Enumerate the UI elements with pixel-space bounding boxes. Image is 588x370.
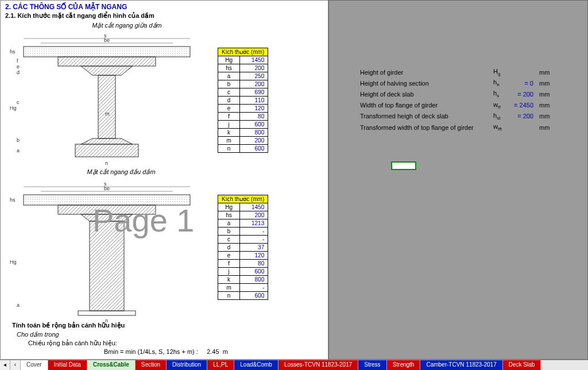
svg-text:c: c: [17, 99, 20, 105]
calc-formula-unit: m: [223, 348, 228, 355]
left-document-panel: 2. CÁC THÔNG SỐ CỦA MẶT NGANG 2.1. Kích …: [0, 0, 328, 360]
svg-marker-5: [81, 138, 133, 144]
param-row: Transformed heigh of deck slabhst= 200mm: [358, 111, 554, 121]
tab-nav-prev[interactable]: ‹: [10, 360, 21, 370]
table-row: a250: [218, 72, 268, 80]
table-row: n600: [218, 292, 268, 300]
table-row: a1213: [218, 219, 268, 228]
table-row: k800: [218, 129, 268, 137]
tab-cross-cable[interactable]: Cross&Cable: [87, 360, 136, 370]
table-header-2: Kích thước (mm): [218, 195, 268, 203]
svg-marker-23: [81, 214, 133, 221]
tab-nav-first[interactable]: ◂: [0, 360, 10, 370]
calc-block: Tính toán bề rộng bản cánh hữu hiệu Cho …: [12, 321, 228, 356]
svg-rect-21: [24, 195, 190, 205]
table-header: Kích thước (mm): [218, 48, 268, 56]
svg-text:m: m: [105, 111, 110, 117]
table-row: k800: [218, 276, 268, 284]
param-row: Height of deck slabhs= 200mm: [358, 89, 554, 99]
tab-cover[interactable]: Cover: [21, 360, 48, 370]
table-row: hs200: [218, 211, 268, 219]
section-heading-2-1: 2.1. Kích thước mặt cắt ngang điển hình …: [1, 12, 328, 21]
tab-distribution[interactable]: Distribution: [167, 360, 207, 370]
calc-title: Tính toán bề rộng bản cánh hữu hiệu: [12, 321, 228, 330]
table-row: f80: [218, 260, 268, 268]
table-row: m-: [218, 284, 268, 292]
calc-label: Chiều rộng bản cánh hữu hiệu:: [12, 339, 228, 348]
selected-cell[interactable]: [391, 161, 416, 170]
right-spreadsheet-panel[interactable]: Height of girderHg mmHeight of halving s…: [328, 0, 588, 360]
param-row: Width of top flange of girderwtf= 2450mm: [358, 101, 554, 110]
svg-text:hs: hs: [10, 49, 16, 55]
svg-text:be: be: [104, 37, 110, 43]
param-row: Transformed width of top flange of girde…: [358, 122, 554, 132]
svg-text:a: a: [17, 302, 20, 308]
svg-rect-6: [75, 144, 138, 157]
table-row: hs200: [218, 64, 268, 72]
tab-stress[interactable]: Stress: [358, 360, 386, 370]
parameters-table: Height of girderHg mmHeight of halving s…: [357, 66, 555, 133]
cross-section-diagram-mid: s be hs fed Hg c ba n m: [6, 29, 207, 167]
svg-text:Hg: Hg: [10, 105, 17, 111]
table-row: n600: [218, 145, 268, 153]
tab-strength[interactable]: Strength: [387, 360, 421, 370]
table-row: d37: [218, 244, 268, 252]
tab-ll-pl[interactable]: LL,PL: [207, 360, 234, 370]
sheet-tabs: ◂ ‹ CoverInitial DataCross&CableSectionD…: [0, 360, 588, 370]
table-row: f80: [218, 113, 268, 121]
svg-rect-24: [90, 221, 124, 311]
svg-text:Hg: Hg: [10, 259, 17, 265]
table-row: j600: [218, 121, 268, 129]
svg-text:f: f: [17, 58, 18, 64]
svg-text:be: be: [104, 186, 110, 191]
table-row: Hg1450: [218, 203, 268, 211]
table-row: e120: [218, 105, 268, 113]
table-row: e120: [218, 252, 268, 260]
calc-formula: Bmin = min (1/4Ls, S, 12hs + m) :: [104, 348, 198, 355]
table-row: Hg1450: [218, 56, 268, 64]
table-row: m200: [218, 137, 268, 145]
tab-losses-tcvn-11823-2017[interactable]: Losses-TCVN 11823-2017: [278, 360, 358, 370]
param-row: Height of girderHg mm: [358, 67, 554, 77]
tab-load-comb[interactable]: Load&Comb: [234, 360, 278, 370]
table-row: j600: [218, 268, 268, 276]
tab-initial-data[interactable]: Initial Data: [48, 360, 87, 370]
svg-text:n: n: [105, 160, 108, 166]
table-row: d110: [218, 97, 268, 105]
tab-deck-slab[interactable]: Deck Slab: [503, 360, 541, 370]
table-row: b-: [218, 228, 268, 236]
svg-rect-2: [58, 57, 156, 66]
calc-formula-row: Bmin = min (1/4Ls, S, 12hs + m) : 2.45 m: [12, 348, 228, 356]
svg-text:a: a: [17, 148, 20, 153]
svg-text:d: d: [17, 70, 20, 75]
svg-rect-25: [78, 311, 136, 315]
tab-section[interactable]: Section: [136, 360, 167, 370]
table-row: c690: [218, 88, 268, 97]
param-row: Height of halving sectionhh= 0mm: [358, 78, 554, 88]
svg-text:hs: hs: [10, 197, 16, 203]
table-row: c-: [218, 236, 268, 244]
calc-subtitle: Cho dầm trong: [12, 330, 228, 339]
calc-formula-value: 2.45: [207, 348, 219, 355]
dimension-table-end: Kích thước (mm) Hg1450hs200a1213b-c-d37e…: [218, 195, 268, 300]
svg-text:e: e: [17, 64, 20, 70]
cross-section-diagram-end: s be hs Hg a n: [6, 178, 207, 326]
svg-marker-3: [81, 66, 133, 75]
caption-end: Mặt cắt ngang đầu dầm: [64, 167, 179, 177]
svg-rect-4: [98, 75, 115, 138]
svg-rect-1: [24, 47, 190, 57]
section-heading-2: 2. CÁC THÔNG SỐ CỦA MẶT NGANG: [1, 1, 328, 12]
svg-rect-22: [58, 205, 156, 214]
table-row: b200: [218, 80, 268, 88]
dimension-table-mid: Kích thước (mm) Hg1450hs200a250b200c690d…: [218, 48, 268, 153]
svg-text:b: b: [17, 137, 20, 143]
tab-camber-tcvn-11823-2017[interactable]: Camber-TCVN 11823-2017: [420, 360, 502, 370]
